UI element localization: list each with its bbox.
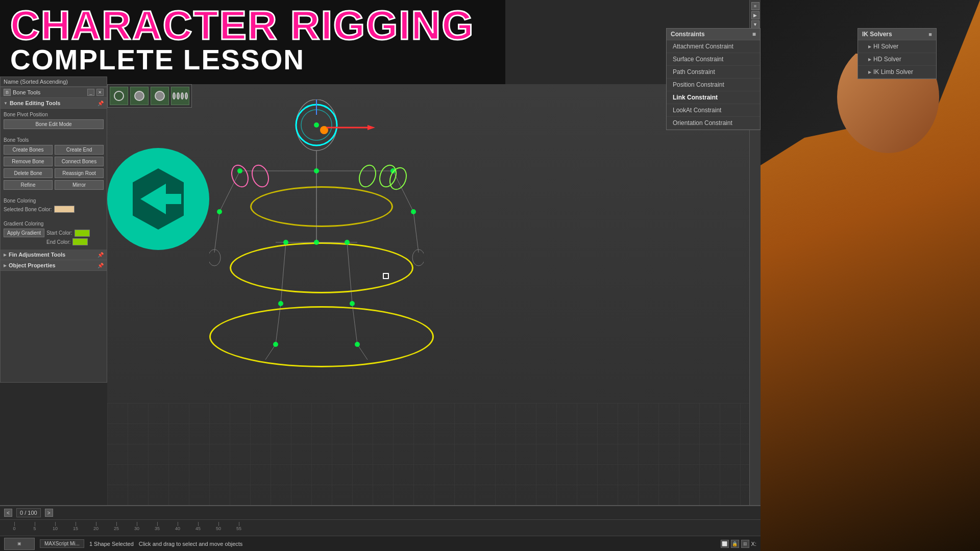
svg-line-3	[219, 171, 240, 212]
create-end-button[interactable]: Create End	[55, 145, 104, 155]
tool-icon-circle-filled-1[interactable]	[130, 87, 149, 105]
command-strip-btn-2[interactable]: ▶	[751, 11, 760, 19]
status-select-icon[interactable]: ⬜	[721, 540, 729, 548]
ruler-label-5: 5	[33, 526, 36, 531]
circle-small-1	[173, 92, 176, 99]
remove-bone-button[interactable]: Remove Bone	[4, 157, 53, 166]
mirror-button[interactable]: Mirror	[55, 180, 104, 190]
svg-line-14	[265, 344, 276, 360]
bone-tools-sublabel: Bone Tools	[4, 137, 104, 143]
apply-gradient-button[interactable]: Apply Gradient	[4, 229, 44, 237]
status-bar: ▣ MAXScript Mi... 1 Shape Selected Click…	[0, 536, 761, 551]
bone-edit-mode-row: Bone Edit Mode	[4, 119, 104, 129]
svg-point-17	[314, 122, 319, 128]
create-bones-row: Create Bones Create End	[4, 145, 104, 155]
ruler-mark-30: 30	[127, 522, 147, 531]
ruler-tick-25	[116, 522, 117, 526]
ruler-label-35: 35	[155, 526, 160, 531]
constraints-close-button[interactable]: ■	[752, 31, 756, 38]
bone-editing-tools-label: Bone Editing Tools	[10, 100, 60, 106]
tool-icon-group	[171, 87, 189, 105]
bone-tools-panel: B Bone Tools _ ✕ ▼ Bone Editing Tools 📌 …	[0, 87, 107, 383]
status-grid-icon[interactable]: ⊞	[741, 540, 749, 548]
command-strip-btn-1[interactable]: ≡	[751, 2, 760, 10]
remove-connect-row: Remove Bone Connect Bones	[4, 157, 104, 166]
svg-line-6	[413, 212, 419, 253]
character-skeleton	[209, 99, 424, 375]
refine-mirror-row: Refine Mirror	[4, 180, 104, 190]
constraint-attachment[interactable]: Attachment Constraint	[667, 40, 760, 53]
ik-close-button[interactable]: ■	[928, 31, 932, 37]
tool-icon-circle-filled-2[interactable]	[151, 87, 169, 105]
panel-minimize-button[interactable]: _	[87, 89, 94, 96]
constraint-surface[interactable]: Surface Constraint	[667, 53, 760, 66]
svg-point-19	[237, 168, 242, 173]
svg-line-12	[276, 304, 281, 344]
constraint-position[interactable]: Position Constraint	[667, 79, 760, 91]
ik-header: IK Solvers ■	[858, 29, 936, 40]
circle-small-2	[177, 92, 180, 99]
ruler-tick-50	[218, 522, 219, 526]
status-icons-group: ⬜ 🔒 ⊞ X:	[721, 540, 756, 548]
svg-point-33	[377, 163, 399, 189]
svg-point-28	[273, 342, 278, 347]
ik-hd-solver[interactable]: ▶ HD Solver	[858, 53, 936, 66]
ruler-mark-45: 45	[188, 522, 208, 531]
constraints-panel: Constraints ■ Attachment Constraint Surf…	[666, 28, 761, 130]
hi-solver-arrow: ▶	[868, 44, 871, 49]
timeline-next-button[interactable]: >	[45, 509, 53, 517]
name-bar: Name (Sorted Ascending)	[0, 77, 107, 87]
svg-point-23	[314, 240, 319, 245]
circle-filled-icon-1	[134, 91, 144, 101]
reassign-root-button[interactable]: Reassign Root	[55, 168, 104, 178]
tool-icon-circle-empty[interactable]	[110, 87, 128, 105]
bone-edit-mode-button[interactable]: Bone Edit Mode	[4, 119, 104, 129]
circle-filled-icon-2	[155, 91, 165, 101]
ruler-mark-55: 55	[229, 522, 249, 531]
connect-bones-button[interactable]: Connect Bones	[55, 157, 104, 166]
fin-adjustment-tools-header[interactable]: ▶ Fin Adjustment Tools 📌	[1, 249, 107, 260]
command-strip-btn-3[interactable]: ▼	[751, 20, 760, 29]
maxscript-button[interactable]: MAXScript Mi...	[40, 539, 84, 548]
panel-close-button[interactable]: ✕	[96, 89, 104, 96]
status-lock-icon[interactable]: 🔒	[731, 540, 739, 548]
circle-empty-icon	[114, 91, 124, 101]
selected-color-row: Selected Bone Color:	[4, 206, 104, 213]
bone-editing-tools-header[interactable]: ▼ Bone Editing Tools 📌	[1, 98, 107, 109]
obj-pin: 📌	[97, 263, 104, 268]
ruler-mark-15: 15	[65, 522, 86, 531]
ruler-label-45: 45	[195, 526, 201, 531]
app-logo	[107, 148, 209, 250]
end-color-swatch[interactable]	[72, 238, 88, 245]
create-bones-button[interactable]: Create Bones	[4, 145, 53, 155]
timeline-ruler: 0 5 10 15 20 25	[0, 522, 761, 531]
bone-coloring-section: Bone Coloring Selected Bone Color:	[1, 195, 107, 218]
tool-icons-row	[110, 87, 189, 105]
constraint-lookat[interactable]: LookAt Constraint	[667, 104, 760, 117]
svg-point-29	[355, 342, 360, 347]
status-hint-text: Click and drag to select and move object…	[139, 541, 243, 547]
selected-bone-color-swatch[interactable]	[54, 206, 75, 213]
delete-bone-button[interactable]: Delete Bone	[4, 168, 53, 178]
svg-point-27	[350, 301, 355, 306]
ik-hi-solver[interactable]: ▶ HI Solver	[858, 40, 936, 53]
svg-marker-39	[368, 125, 375, 130]
limb-solver-arrow: ▶	[868, 70, 871, 74]
constraint-link[interactable]: Link Constraint	[667, 91, 760, 104]
ik-limb-solver[interactable]: ▶ IK Limb Solver	[858, 66, 936, 79]
svg-point-25	[345, 240, 350, 245]
start-color-swatch[interactable]	[75, 230, 90, 237]
svg-point-31	[249, 163, 271, 189]
svg-point-32	[356, 163, 378, 189]
constraint-path[interactable]: Path Constraint	[667, 66, 760, 79]
viewport-3d[interactable]	[107, 84, 761, 505]
ruler-label-10: 10	[53, 526, 58, 531]
refine-button[interactable]: Refine	[4, 180, 53, 190]
object-properties-header[interactable]: ▶ Object Properties 📌	[1, 260, 107, 271]
ruler-tick-15	[76, 522, 76, 526]
constraints-header: Constraints ■	[667, 29, 760, 40]
timeline-prev-button[interactable]: <	[4, 509, 12, 517]
gradient-end-row: End Color:	[4, 238, 104, 245]
ruler-label-0: 0	[13, 526, 15, 531]
constraint-orientation[interactable]: Orientation Constraint	[667, 117, 760, 130]
